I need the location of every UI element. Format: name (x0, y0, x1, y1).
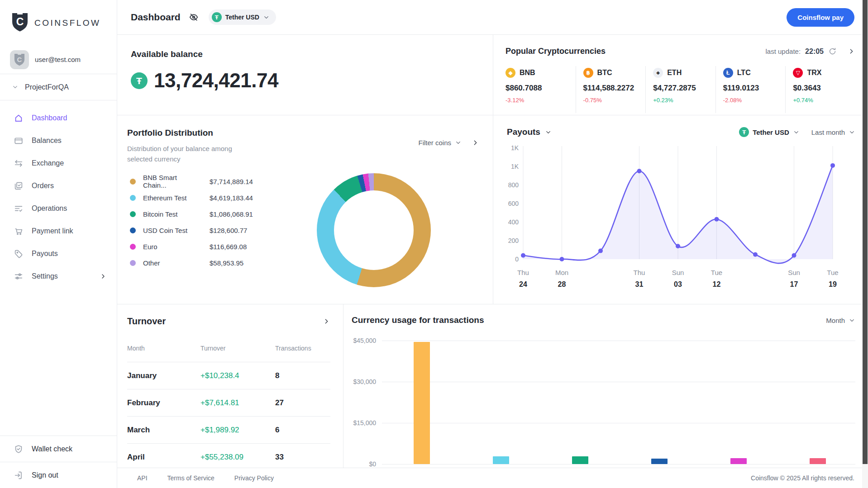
row-month: March (127, 426, 200, 435)
currency-selector-label: Tether USD (225, 14, 259, 21)
legend-item[interactable]: USD Coin Test$128,600.77 (130, 222, 253, 238)
coin-card-trx[interactable]: ▽ TRX $0.3643 +0.74% (785, 66, 855, 113)
scrollbar-thumb[interactable] (863, 0, 868, 464)
coin-price: $4,727.2875 (653, 84, 713, 93)
usage-bar[interactable] (730, 458, 747, 464)
coin-card-bnb[interactable]: ◆ BNB $860.7088 -3.12% (506, 66, 576, 113)
chevron-down-icon (849, 129, 855, 136)
row-turnover: +$55,238.09 (200, 453, 275, 462)
card-icon (14, 136, 24, 146)
payouts-range-selector[interactable]: Last month (811, 128, 855, 136)
main-content: Dashboard Ŧ Tether USD Coinsflow pay Ava… (117, 0, 868, 488)
footer-link-terms-of-service[interactable]: Terms of Service (167, 474, 215, 482)
coin-price: $119.0123 (723, 84, 783, 93)
payouts-currency-selector[interactable]: Ŧ Tether USD (739, 127, 800, 137)
footer-link-api[interactable]: API (137, 474, 148, 482)
shield-check-icon (14, 444, 24, 454)
filter-coins-dropdown[interactable]: Filter coins (418, 139, 462, 147)
svg-text:C: C (16, 16, 24, 28)
payouts-card: Payouts Ŧ Tether USD Last month 02004006… (493, 115, 868, 304)
chevron-right-icon[interactable] (323, 317, 330, 325)
coin-symbol: BTC (597, 69, 612, 77)
portfolio-donut-chart[interactable] (317, 173, 431, 287)
chevron-right-icon[interactable] (848, 47, 855, 55)
home-icon (14, 113, 24, 123)
legend-dot (130, 244, 136, 250)
coins-row: ◆ BNB $860.7088 -3.12% ฿ BTC $114,588.22… (506, 66, 855, 113)
legend-value: $116,669.08 (210, 243, 247, 251)
coinsflow-pay-button[interactable]: Coinsflow pay (787, 8, 854, 27)
popular-title: Popular Cryptocurrencies (506, 47, 606, 56)
legend-dot (130, 260, 136, 266)
legend-dot (130, 179, 136, 185)
usage-bar[interactable] (414, 342, 430, 464)
svg-text:Sun: Sun (788, 269, 800, 276)
sidebar-item-dashboard[interactable]: Dashboard (0, 107, 117, 129)
sidebar-item-orders[interactable]: Orders (0, 175, 117, 197)
coin-symbol: LTC (737, 69, 751, 77)
gridline (382, 423, 855, 423)
sidebar-item-sign-out[interactable]: Sign out (0, 462, 117, 488)
legend-item[interactable]: BNB Smart Chain...$7,714,889.14 (130, 173, 253, 190)
available-balance-title: Available balance (131, 49, 479, 59)
row-transactions: 27 (275, 398, 330, 407)
portfolio-subtitle: Distribution of your balance among selec… (127, 143, 245, 165)
eye-off-icon[interactable] (189, 12, 199, 22)
legend-item[interactable]: Euro$116,669.08 (130, 238, 253, 255)
legend-item[interactable]: Bitcoin Test$1,086,068.91 (130, 206, 253, 222)
footer-link-privacy-policy[interactable]: Privacy Policy (234, 474, 274, 482)
bnb-icon: ◆ (506, 68, 515, 78)
sidebar-item-operations[interactable]: Operations (0, 197, 117, 220)
payouts-title: Payouts (507, 127, 540, 137)
usage-bar[interactable] (651, 459, 668, 464)
filter-coins-label: Filter coins (418, 139, 451, 147)
coin-card-btc[interactable]: ฿ BTC $114,588.2272 -0.75% (576, 66, 646, 113)
user-account[interactable]: C user@test.com (0, 45, 117, 74)
sidebar-item-settings[interactable]: Settings (0, 265, 117, 288)
currency-selector[interactable]: Ŧ Tether USD (209, 9, 276, 25)
svg-text:Thu: Thu (634, 269, 645, 276)
payouts-line-chart[interactable]: 02004006008001K1KThu24Mon28Thu31Sun03Tue… (502, 145, 855, 294)
brand-logo[interactable]: C COINSFLOW (0, 0, 117, 45)
sidebar-item-wallet-check[interactable]: Wallet check (0, 436, 117, 462)
balance-amount: 13,724,421.74 (154, 69, 278, 92)
sidebar-item-payouts[interactable]: Payouts (0, 242, 117, 265)
svg-text:31: 31 (635, 280, 644, 288)
sidebar-item-label: Exchange (32, 159, 64, 167)
payouts-dropdown[interactable]: Payouts (507, 127, 552, 137)
sidebar-item-label: Dashboard (32, 114, 67, 122)
legend-item[interactable]: Ethereum Test$4,619,183.44 (130, 190, 253, 206)
project-selector[interactable]: ProjectForQA (0, 74, 117, 100)
row-turnover: +$10,238.4 (200, 371, 275, 380)
usage-range-label: Month (826, 317, 845, 324)
currency-usage-card: Currency usage for transactions Month $4… (343, 304, 868, 468)
chevron-right-icon[interactable] (472, 139, 479, 147)
row-month: February (127, 398, 200, 407)
coin-change: -0.75% (583, 97, 643, 104)
usage-bar[interactable] (493, 456, 509, 464)
usage-range-selector[interactable]: Month (826, 317, 855, 324)
row-month: January (127, 371, 200, 380)
sidebar-item-exchange[interactable]: Exchange (0, 152, 117, 175)
sidebar-item-balances[interactable]: Balances (0, 129, 117, 152)
legend-item[interactable]: Other$58,953.95 (130, 255, 253, 271)
legend-value: $7,714,889.14 (210, 178, 253, 185)
scrollbar-track[interactable] (862, 0, 868, 488)
legend-dot (130, 195, 136, 201)
svg-text:17: 17 (790, 280, 798, 288)
legend-dot (130, 211, 136, 217)
row-month: April (127, 453, 200, 462)
operations-icon (14, 204, 24, 213)
usage-bar[interactable] (810, 458, 826, 464)
coin-price: $114,588.2272 (583, 84, 643, 93)
refresh-icon[interactable] (828, 47, 837, 56)
eth-icon: ◆ (653, 68, 663, 78)
legend-value: $58,953.95 (210, 259, 243, 267)
coin-change: -3.12% (506, 97, 573, 104)
payouts-currency-label: Tether USD (753, 128, 789, 136)
coin-card-eth[interactable]: ◆ ETH $4,727.2875 +0.23% (645, 66, 715, 113)
gridline (382, 464, 855, 464)
coin-card-ltc[interactable]: Ł LTC $119.0123 -2.08% (715, 66, 786, 113)
sidebar-item-payment-link[interactable]: Payment link (0, 220, 117, 242)
usage-bar[interactable] (572, 456, 588, 464)
